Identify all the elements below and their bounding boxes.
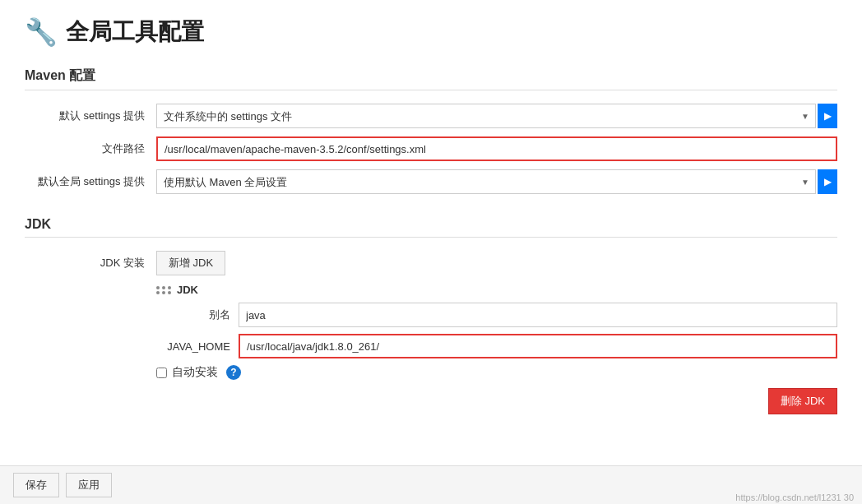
page-title-icon: 🔧	[25, 16, 58, 48]
delete-jdk-button[interactable]: 删除 JDK	[768, 388, 837, 414]
jdk-install-label: JDK 安装	[25, 256, 156, 270]
auto-install-label: 自动安装	[172, 365, 218, 380]
default-settings-select-wrapper: 文件系统中的 settings 文件	[156, 104, 816, 128]
global-settings-arrow-btn[interactable]: ▶	[818, 169, 837, 194]
java-home-input[interactable]	[239, 334, 837, 358]
alias-input[interactable]	[239, 303, 837, 327]
maven-section-title: Maven 配置	[25, 67, 837, 90]
jdk-section: JDK JDK 安装 新增 JDK JDK 别名 JAVA_HOME	[25, 217, 837, 414]
jdk-subsection: JDK 别名 JAVA_HOME 自动安装 ?	[156, 284, 837, 380]
help-icon[interactable]: ?	[226, 365, 241, 380]
page-title: 全局工具配置	[66, 16, 204, 48]
auto-install-row: 自动安装 ?	[156, 365, 837, 380]
file-path-row: 文件路径	[25, 136, 837, 161]
default-settings-arrow-btn[interactable]: ▶	[818, 104, 837, 128]
jdk-install-row: JDK 安装 新增 JDK	[25, 251, 837, 275]
java-home-row: JAVA_HOME	[156, 334, 837, 358]
global-settings-select[interactable]: 使用默认 Maven 全局设置	[156, 169, 816, 194]
default-settings-label: 默认 settings 提供	[25, 109, 156, 123]
java-home-label: JAVA_HOME	[156, 340, 239, 353]
jdk-drag-handle	[156, 286, 172, 294]
default-settings-select[interactable]: 文件系统中的 settings 文件	[156, 104, 816, 128]
file-path-input[interactable]	[156, 136, 837, 161]
alias-row: 别名	[156, 303, 837, 327]
file-path-label: 文件路径	[25, 141, 156, 156]
global-settings-row: 默认全局 settings 提供 使用默认 Maven 全局设置 ▶	[25, 169, 837, 194]
delete-jdk-row: 删除 JDK	[25, 388, 837, 414]
global-settings-select-wrapper: 使用默认 Maven 全局设置	[156, 169, 816, 194]
jdk-group-label-row: JDK	[156, 284, 837, 296]
alias-label: 别名	[156, 307, 239, 322]
auto-install-checkbox[interactable]	[156, 368, 167, 378]
jdk-group-title: JDK	[177, 284, 198, 296]
jdk-section-title: JDK	[25, 217, 837, 238]
global-settings-label: 默认全局 settings 提供	[25, 174, 156, 189]
maven-section: Maven 配置 默认 settings 提供 文件系统中的 settings …	[25, 67, 837, 194]
add-jdk-button[interactable]: 新增 JDK	[156, 251, 225, 275]
default-settings-row: 默认 settings 提供 文件系统中的 settings 文件 ▶	[25, 104, 837, 128]
